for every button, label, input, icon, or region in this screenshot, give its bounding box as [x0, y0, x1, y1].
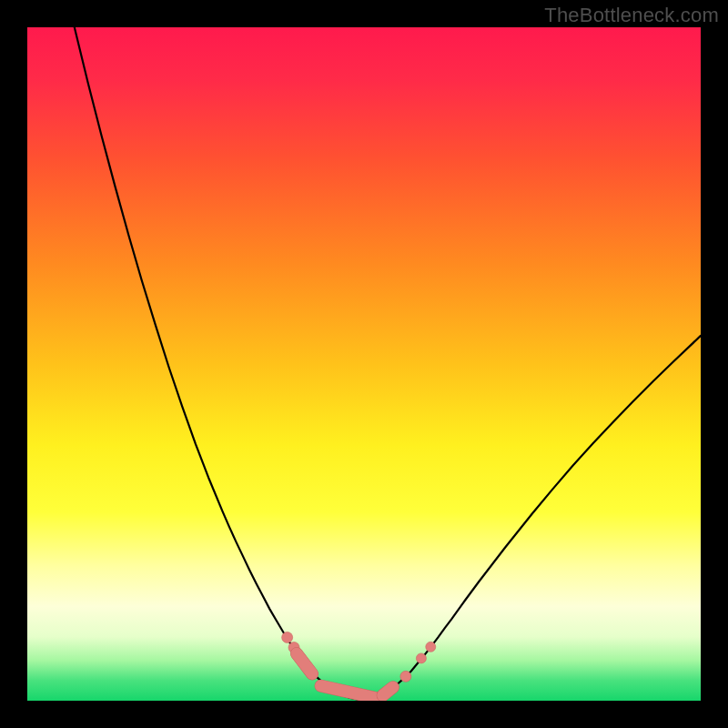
marker-dot — [416, 653, 426, 663]
bottleneck-chart — [27, 27, 701, 701]
chart-frame: TheBottleneck.com — [0, 0, 728, 728]
marker-dot — [282, 632, 293, 642]
marker-dot — [400, 671, 411, 682]
marker-dot — [426, 642, 436, 652]
marker-capsule — [383, 687, 393, 695]
watermark-text: TheBottleneck.com — [544, 4, 719, 27]
gradient-background — [27, 27, 701, 701]
